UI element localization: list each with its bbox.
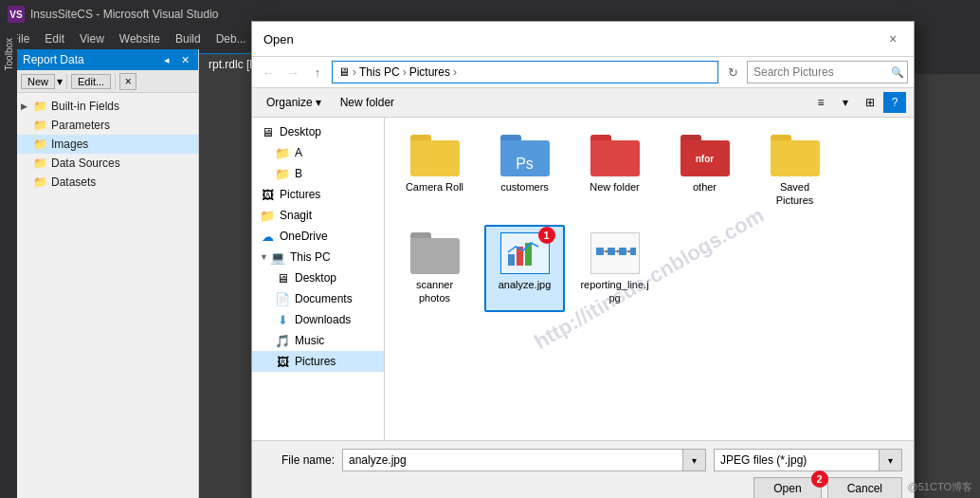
panel-arrow: ▾ [57, 75, 63, 88]
breadcrumb-thispc: This PC [359, 65, 400, 79]
nav-label: Music [295, 334, 324, 347]
nav-desktop2[interactable]: 🖥 Desktop [252, 267, 384, 288]
file-camera-roll[interactable]: Camera Roll [394, 127, 475, 215]
organize-btn[interactable]: Organize ▾ [260, 93, 328, 112]
filename-dropdown-btn[interactable]: ▾ [683, 449, 706, 471]
address-path[interactable]: 🖥 › This PC › Pictures › [332, 61, 718, 83]
other-folder-icon: nfor [681, 135, 730, 176]
filename-input[interactable] [342, 449, 683, 471]
search-box-wrap: 🔍 [747, 61, 908, 83]
documents-icon: 📄 [275, 291, 290, 306]
action-row: Open 2 Cancel [263, 477, 902, 498]
tree-item-datasets[interactable]: 📁 Datasets [17, 173, 198, 192]
nav-music[interactable]: 🎵 Music [252, 330, 384, 351]
dialog-close-btn[interactable]: × [883, 29, 902, 48]
nav-snagit[interactable]: 📁 Snagit [252, 205, 384, 226]
dialog-title: Open [263, 32, 294, 46]
filename-input-wrap: ▾ [342, 449, 706, 471]
nav-downloads[interactable]: ⬇ Downloads [252, 309, 384, 330]
file-customers[interactable]: Ps customers [484, 127, 565, 215]
tree-item-built-in-fields[interactable]: ▶ 📁 Built-in Fields [17, 97, 198, 116]
nav-documents[interactable]: 📄 Documents [252, 288, 384, 309]
menu-view[interactable]: View [72, 30, 112, 47]
vs-logo: VS [8, 6, 25, 23]
panel-header-buttons: ◂ ✕ [159, 52, 192, 67]
panel-header: Report Data ◂ ✕ [17, 49, 198, 70]
filetype-wrap: JPEG files (*.jpg) ▾ [714, 449, 902, 471]
dialog-titlebar: Open × [252, 22, 914, 57]
breadcrumb-icon: 🖥 [338, 65, 350, 79]
svg-rect-0 [508, 254, 515, 266]
panel-x-btn[interactable]: × [119, 73, 136, 90]
toolbar-separator2 [115, 74, 116, 89]
view-list-btn[interactable]: ≡ [809, 92, 832, 113]
analyze-jpg-icon-wrap: 1 [500, 232, 550, 274]
menu-deb[interactable]: Deb... [209, 30, 254, 47]
tree-arrow: ▶ [21, 101, 32, 111]
menu-edit[interactable]: Edit [37, 30, 72, 47]
open-dialog: Open × ← → ↑ 🖥 › This PC › Pictures › ↻ … [251, 21, 915, 498]
new-folder-btn[interactable]: New folder [332, 93, 403, 112]
nav-label: B [295, 167, 302, 180]
scanner-photos-folder-icon [410, 232, 460, 274]
thispc-icon: 💻 [270, 249, 285, 265]
folder-icon: 📁 [32, 118, 47, 133]
breadcrumb-pictures: Pictures [409, 65, 450, 79]
filename-row: File name: ▾ JPEG files (*.jpg) ▾ [263, 449, 902, 471]
nav-a[interactable]: 📁 A [252, 142, 384, 163]
panel-pin-btn[interactable]: ◂ [159, 52, 174, 67]
menu-build[interactable]: Build [168, 30, 209, 47]
toolbar-separator [66, 74, 67, 89]
downloads-icon: ⬇ [275, 312, 290, 327]
panel-toolbar: New ▾ Edit... × [17, 70, 198, 93]
panel-edit-btn[interactable]: Edit... [71, 74, 111, 89]
nav-onedrive[interactable]: ☁ OneDrive [252, 226, 384, 247]
tree-item-data-sources[interactable]: 📁 Data Sources [17, 154, 198, 173]
file-label: customers [500, 180, 549, 194]
file-saved-pictures[interactable]: Saved Pictures [754, 127, 835, 215]
open-btn-wrap: Open 2 [753, 477, 821, 498]
forward-btn[interactable]: → [282, 62, 303, 83]
snagit-icon: 📁 [260, 208, 275, 223]
file-analyze-jpg[interactable]: 1 analyze.jpg [484, 225, 565, 313]
panel-close-btn[interactable]: ✕ [177, 52, 192, 67]
cancel-btn[interactable]: Cancel [827, 477, 902, 498]
back-btn[interactable]: ← [258, 62, 279, 83]
folder-a-icon: 📁 [275, 145, 290, 160]
svg-rect-4 [608, 248, 615, 255]
panel-title: Report Data [23, 53, 84, 66]
panel-new-btn[interactable]: New [21, 74, 55, 89]
tree-item-images[interactable]: 📁 Images [17, 135, 198, 154]
folder-icon: 📁 [32, 175, 47, 190]
nav-desktop[interactable]: 🖥 Desktop [252, 121, 384, 142]
file-label: Camera Roll [406, 180, 463, 194]
file-other[interactable]: nfor other [664, 127, 745, 215]
filetype-select[interactable]: JPEG files (*.jpg) [714, 449, 880, 471]
view-columns-btn[interactable]: ⊞ [859, 92, 881, 113]
tree-item-parameters[interactable]: 📁 Parameters [17, 116, 198, 135]
nav-label: Pictures [280, 188, 320, 201]
nav-label: Pictures [295, 355, 336, 368]
file-new-folder[interactable]: New folder [574, 127, 655, 215]
nav-thispc[interactable]: ▼ 💻 This PC [252, 247, 384, 267]
nav-pictures[interactable]: 🖼 Pictures [252, 184, 384, 205]
file-label: scanner photos [400, 278, 469, 305]
thispc-arrow: ▼ [260, 252, 268, 262]
filetype-dropdown-btn[interactable]: ▾ [880, 449, 902, 471]
menu-website[interactable]: Website [112, 30, 168, 47]
file-grid: Camera Roll Ps customers [394, 127, 904, 312]
nav-label: OneDrive [280, 230, 328, 243]
open-badge: 2 [811, 470, 828, 488]
file-scanner-photos[interactable]: scanner photos [394, 225, 475, 313]
pictures-icon: 🖼 [260, 187, 275, 202]
view-arrow-btn[interactable]: ▾ [834, 92, 857, 113]
nav-pictures2[interactable]: 🖼 Pictures [252, 351, 384, 372]
search-input[interactable] [747, 61, 908, 83]
up-btn[interactable]: ↑ [307, 62, 328, 83]
nav-b[interactable]: 📁 B [252, 163, 384, 184]
refresh-btn[interactable]: ↻ [722, 62, 743, 83]
file-label: analyze.jpg [499, 278, 552, 291]
view-help-btn[interactable]: ? [883, 92, 906, 113]
file-reporting-line-jpg[interactable]: reporting_line.jpg [574, 225, 655, 313]
organize-arrow: ▾ [316, 96, 321, 109]
